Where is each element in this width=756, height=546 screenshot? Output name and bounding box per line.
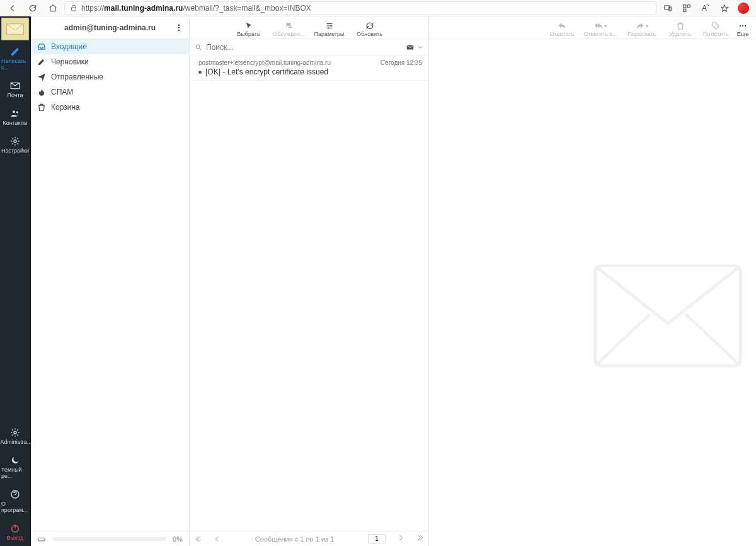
folder-drafts[interactable]: Черновики xyxy=(31,54,189,69)
message-item[interactable]: postmaster+letsencrypt@mail.tuning-admin… xyxy=(190,55,428,81)
nav-label: Настройки xyxy=(1,148,29,154)
sliders-icon xyxy=(325,21,334,30)
question-icon xyxy=(10,489,20,499)
forward-icon xyxy=(636,21,644,30)
app-logo[interactable] xyxy=(1,18,29,40)
trash-icon xyxy=(676,21,685,30)
message-toolbar: Ответить ▾ Ответить в... ▾ Переслать Уда… xyxy=(429,16,756,39)
next-page-icon[interactable] xyxy=(397,534,404,542)
toolbar-label: Переслать xyxy=(628,31,656,37)
svg-point-18 xyxy=(327,23,328,24)
message-subject: [OK] - Let's encrypt certificate issued xyxy=(205,67,328,76)
address-bar[interactable]: https://mail.tuning-admina.ru/webmail/?_… xyxy=(64,1,656,15)
more-button[interactable]: Еще xyxy=(733,21,752,38)
unread-dot-icon xyxy=(198,71,202,74)
svg-point-25 xyxy=(742,25,743,26)
message-list: postmaster+letsencrypt@mail.tuning-admin… xyxy=(190,55,428,531)
nav-about[interactable]: О програм... xyxy=(0,484,30,518)
gear-icon xyxy=(10,136,20,146)
toolbar-threads: Обсужден... xyxy=(269,21,309,38)
svg-point-15 xyxy=(178,30,180,31)
nav-admin[interactable]: [Administra... xyxy=(0,422,30,450)
mail-icon xyxy=(10,81,20,91)
search-input[interactable] xyxy=(206,43,402,52)
account-menu-button[interactable] xyxy=(173,21,185,34)
forward-button: ▾ Переслать xyxy=(621,21,663,38)
trash-icon xyxy=(37,103,46,112)
favorite-icon[interactable] xyxy=(716,1,733,15)
folder-sent[interactable]: Отправленные xyxy=(31,69,189,84)
svg-point-13 xyxy=(178,25,180,26)
envelope-icon[interactable] xyxy=(406,43,415,52)
nav-compose[interactable]: Написать с... xyxy=(0,42,30,76)
list-toolbar: Выбрать Обсужден... Параметры Обновить xyxy=(190,16,428,39)
folder-trash[interactable]: Корзина xyxy=(31,100,189,115)
mark-button: Пометить xyxy=(698,21,733,38)
cursor-icon xyxy=(244,21,253,30)
chat-icon xyxy=(285,21,294,30)
message-date: Сегодня 12:35 xyxy=(381,59,422,66)
reply-icon xyxy=(558,21,566,30)
svg-point-8 xyxy=(14,140,16,142)
page-input[interactable] xyxy=(368,534,386,544)
svg-point-19 xyxy=(330,25,331,26)
nav-label: Выход xyxy=(7,535,24,541)
fire-icon xyxy=(37,88,46,96)
left-nav: Написать с... Почта Контакты Настройки [… xyxy=(0,16,31,546)
last-page-icon[interactable] xyxy=(416,534,423,542)
home-button[interactable] xyxy=(44,1,62,15)
toolbar-label: Выбрать xyxy=(237,31,260,37)
opera-menu[interactable] xyxy=(735,1,752,15)
nav-contacts[interactable]: Контакты xyxy=(0,103,30,131)
toolbar-label: Параметры xyxy=(314,31,345,37)
quota-meter xyxy=(52,537,166,541)
folder-label: Черновики xyxy=(51,57,89,66)
toolbar-label: Пометить xyxy=(703,31,728,37)
pencil-icon xyxy=(37,57,46,66)
quota-percent: 0% xyxy=(173,535,183,543)
nav-label: Почта xyxy=(8,92,23,98)
url-text: https://mail.tuning-admina.ru/webmail/?_… xyxy=(81,4,311,13)
account-header: admin@tuning-admina.ru xyxy=(31,16,189,39)
nav-label: О програм... xyxy=(1,501,29,513)
nav-logout[interactable]: Выход xyxy=(0,518,30,546)
chevron-down-icon[interactable] xyxy=(417,44,423,50)
svg-rect-27 xyxy=(595,266,740,366)
delete-button: Удалить xyxy=(663,21,698,38)
toolbar-label: Еще xyxy=(737,31,748,37)
envelope-watermark-icon xyxy=(592,262,743,369)
svg-point-24 xyxy=(740,25,741,26)
devices-icon[interactable] xyxy=(659,1,677,15)
qr-icon[interactable] xyxy=(678,1,696,15)
back-button[interactable] xyxy=(4,1,21,15)
folder-inbox[interactable]: Входящие xyxy=(31,39,189,54)
svg-point-21 xyxy=(196,45,200,49)
message-list-column: Выбрать Обсужден... Параметры Обновить xyxy=(190,16,429,546)
svg-line-28 xyxy=(595,315,650,366)
search-icon xyxy=(195,44,202,51)
folder-list: Входящие Черновики Отправленные СПАМ Кор… xyxy=(31,39,189,531)
nav-dark-mode[interactable]: Темный ре... xyxy=(0,450,30,484)
reply-button: Ответить xyxy=(544,21,580,38)
folder-label: Отправленные xyxy=(51,73,103,81)
toolbar-refresh[interactable]: Обновить xyxy=(350,21,390,38)
folder-spam[interactable]: СПАМ xyxy=(31,84,189,100)
toolbar-select[interactable]: Выбрать xyxy=(229,21,269,38)
preview-body xyxy=(429,39,756,546)
nav-label: Написать с... xyxy=(1,58,29,71)
prev-page-icon[interactable] xyxy=(214,535,221,543)
pager-status: Сообщения с 1 по 1 из 1 xyxy=(255,535,334,543)
text-size-icon[interactable]: Aᴺ xyxy=(697,1,714,15)
svg-point-14 xyxy=(178,27,180,28)
first-page-icon[interactable] xyxy=(195,535,202,543)
nav-label: Темный ре... xyxy=(1,467,29,479)
gear-icon xyxy=(10,427,20,438)
toolbar-options[interactable]: Параметры xyxy=(309,21,350,38)
disk-icon xyxy=(37,535,46,543)
reload-button[interactable] xyxy=(24,1,42,15)
contacts-icon xyxy=(10,108,20,119)
send-icon xyxy=(37,73,46,81)
nav-settings[interactable]: Настройки xyxy=(0,131,30,159)
lock-icon xyxy=(70,4,77,12)
nav-mail[interactable]: Почта xyxy=(0,76,30,103)
